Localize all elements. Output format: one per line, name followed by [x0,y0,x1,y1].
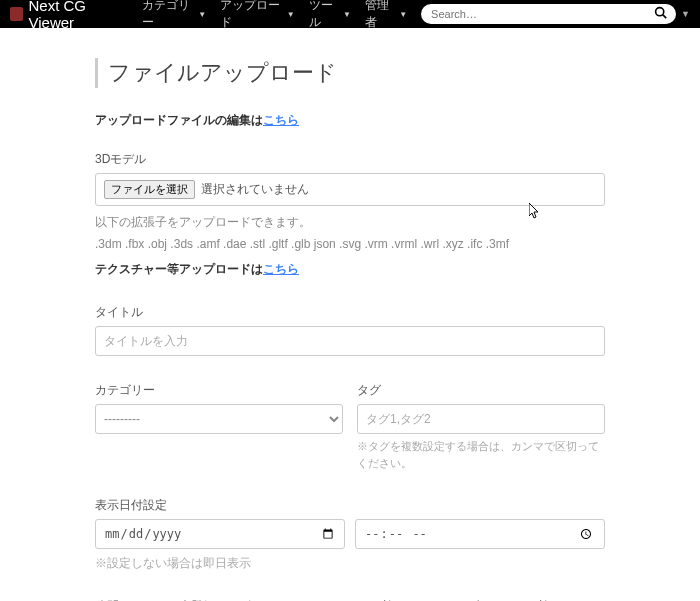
main-content: ファイルアップロード アップロードファイルの編集はこちら 3Dモデル ファイルを… [85,28,615,601]
chevron-down-icon: ▼ [343,10,351,19]
nav-upload[interactable]: アップロード▼ [220,0,295,31]
user-menu[interactable]: ▼ [681,9,690,19]
datetime-hint: ※設定しない場合は即日表示 [95,555,605,572]
date-input[interactable] [95,519,345,549]
file-input-box[interactable]: ファイルを選択 選択されていません [95,173,605,206]
tag-col: タグ ※タグを複数設定する場合は、カンマで区切ってください。 [357,382,605,471]
nav-admin[interactable]: 管理者▼ [365,0,407,31]
brand-text: Next CG Viewer [29,0,125,31]
brand-logo-icon [10,7,23,21]
title-section: タイトル [95,304,605,356]
search-input[interactable] [421,4,676,24]
brand[interactable]: Next CG Viewer [10,0,124,31]
datetime-label: 表示日付設定 [95,497,605,514]
cat-tag-row: カテゴリー --------- タグ ※タグを複数設定する場合は、カンマで区切っ… [95,382,605,471]
search-button[interactable] [654,6,667,22]
tag-label: タグ [357,382,605,399]
search-wrap: ▼ [421,4,690,24]
title-input[interactable] [95,326,605,356]
category-label: カテゴリー [95,382,343,399]
ext-hint: 以下の拡張子をアップロードできます。 [95,214,605,231]
file-choose-button[interactable]: ファイルを選択 [104,180,195,199]
intro-text: アップロードファイルの編集はこちら [95,112,605,129]
datetime-section: 表示日付設定 ※設定しない場合は即日表示 [95,497,605,572]
svg-point-0 [656,8,664,16]
model-section: 3Dモデル ファイルを選択 選択されていません 以下の拡張子をアップロードできま… [95,151,605,278]
texture-link[interactable]: こちら [263,262,299,276]
edit-link[interactable]: こちら [263,113,299,127]
tag-input[interactable] [357,404,605,434]
chevron-down-icon: ▼ [198,10,206,19]
ext-list: .3dm .fbx .obj .3ds .amf .dae .stl .gltf… [95,237,605,251]
navbar: Next CG Viewer カテゴリー▼ アップロード▼ ツール▼ 管理者▼ … [0,0,700,28]
model-label: 3Dモデル [95,151,605,168]
svg-line-1 [663,15,666,18]
nav-category[interactable]: カテゴリー▼ [142,0,206,31]
nav-tools[interactable]: ツール▼ [309,0,351,31]
texture-line: テクスチャー等アップロードはこちら [95,261,605,278]
search-icon [654,6,667,19]
chevron-down-icon: ▼ [399,10,407,19]
category-select[interactable]: --------- [95,404,343,434]
chevron-down-icon: ▼ [287,10,295,19]
time-input[interactable] [355,519,605,549]
title-label: タイトル [95,304,605,321]
category-col: カテゴリー --------- [95,382,343,471]
page-title: ファイルアップロード [95,58,605,88]
file-status: 選択されていません [201,181,309,198]
tag-hint: ※タグを複数設定する場合は、カンマで区切ってください。 [357,438,605,471]
